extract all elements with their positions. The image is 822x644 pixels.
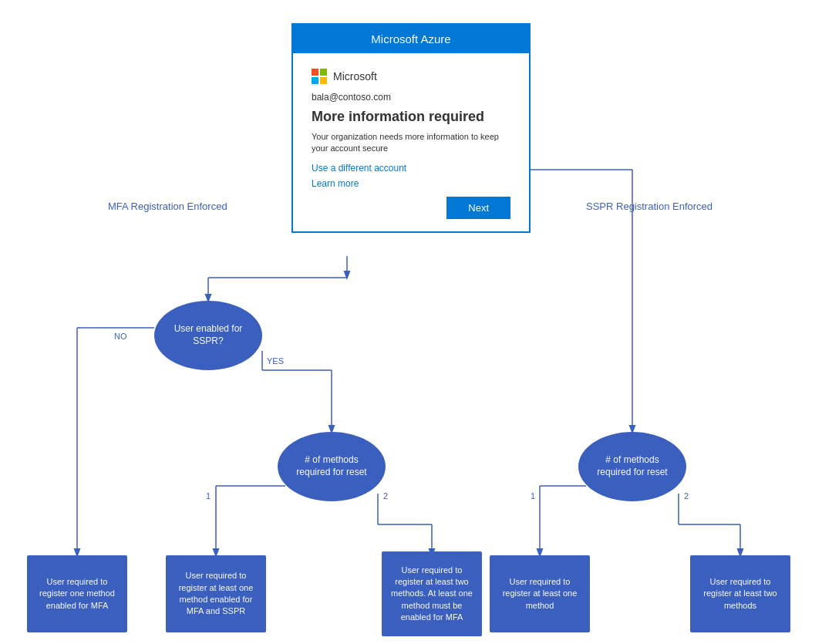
two-left-label: 2 <box>383 491 388 501</box>
card-header: Microsoft Azure <box>293 25 529 53</box>
sspr-check-ellipse: User enabled forSSPR? <box>154 301 262 370</box>
methods-right-ellipse: # of methodsrequired for reset <box>578 432 686 501</box>
card-title: More information required <box>312 109 510 125</box>
azure-login-card: Microsoft Azure Microsoft bala@contoso.c… <box>291 23 531 233</box>
card-description: Your organization needs more information… <box>312 131 510 155</box>
sspr-check-label: User enabled forSSPR? <box>174 323 243 347</box>
card-header-title: Microsoft Azure <box>371 32 450 46</box>
box-mfa-sspr-two: User required to register at least two m… <box>382 551 482 636</box>
methods-left-ellipse: # of methodsrequired for reset <box>278 432 386 501</box>
one-left-label: 1 <box>206 491 211 501</box>
box-mfa-only: User required to register one method ena… <box>27 555 127 632</box>
next-row: Next <box>312 197 510 219</box>
box-mfa-sspr-one: User required to register at least one m… <box>166 555 266 632</box>
ms-logo-yellow <box>320 77 327 84</box>
brand-name: Microsoft <box>333 69 377 84</box>
two-right-label: 2 <box>684 491 689 501</box>
ms-logo-red <box>312 69 318 76</box>
box-sspr-two: User required to register at least two m… <box>690 555 790 632</box>
box-sspr-one: User required to register at least one m… <box>490 555 590 632</box>
yes-label: YES <box>267 356 284 366</box>
learn-more-link[interactable]: Learn more <box>312 178 510 189</box>
no-label: NO <box>114 332 127 341</box>
methods-left-label: # of methodsrequired for reset <box>296 454 366 478</box>
sspr-registration-label: SSPR Registration Enforced <box>586 201 713 212</box>
ms-logo: Microsoft <box>312 69 510 84</box>
diagram-container: Microsoft Azure Microsoft bala@contoso.c… <box>0 0 822 644</box>
ms-logo-blue <box>312 77 318 84</box>
methods-right-label: # of methodsrequired for reset <box>597 454 667 478</box>
card-email: bala@contoso.com <box>312 92 510 103</box>
mfa-registration-label: MFA Registration Enforced <box>108 201 227 212</box>
next-button[interactable]: Next <box>446 197 510 219</box>
card-body: Microsoft bala@contoso.com More informat… <box>293 53 529 231</box>
one-right-label: 1 <box>531 491 535 501</box>
ms-logo-grid <box>312 69 327 84</box>
different-account-link[interactable]: Use a different account <box>312 163 510 174</box>
ms-logo-green <box>320 69 327 76</box>
